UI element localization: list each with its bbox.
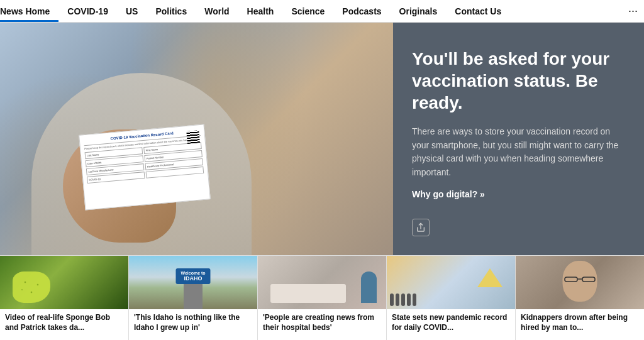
- card-caption-3: 'People are creating news from their hos…: [258, 309, 386, 340]
- card-5[interactable]: Kidnappers drown after being hired by ma…: [516, 256, 644, 340]
- card-caption-5: Kidnappers drown after being hired by ma…: [516, 309, 644, 340]
- beach-person: [413, 293, 416, 306]
- nav-item-health[interactable]: Health: [238, 0, 283, 22]
- beach-person: [407, 293, 411, 306]
- nav-item-contact[interactable]: Contact Us: [446, 0, 510, 22]
- nav-item-politics[interactable]: Politics: [147, 0, 196, 22]
- idaho-sign: Welcome toIDAHO: [176, 268, 211, 284]
- vax-qr-code: [186, 130, 200, 144]
- nav-bar: News Home COVID-19 US Politics World Hea…: [0, 0, 644, 23]
- card-thumb-4: [387, 256, 515, 309]
- hero-link[interactable]: Why go digital? »: [412, 189, 485, 199]
- card-4[interactable]: State sets new pandemic record for daily…: [387, 256, 516, 340]
- hero-section: COVID-19 Vaccination Record Card Please …: [0, 23, 644, 255]
- beach-people: [390, 293, 416, 306]
- beach-person: [401, 293, 405, 306]
- beach-person: [396, 293, 399, 306]
- card-1[interactable]: Video of real-life Sponge Bob and Patric…: [0, 256, 129, 340]
- card-caption-1: Video of real-life Sponge Bob and Patric…: [0, 309, 128, 340]
- share-button[interactable]: [412, 219, 430, 236]
- svg-rect-2: [582, 277, 595, 282]
- road-shape: [184, 284, 203, 309]
- card-2[interactable]: Welcome toIDAHO 'This Idaho is nothing l…: [129, 256, 258, 340]
- nav-item-world[interactable]: World: [196, 0, 238, 22]
- hero-heading: You'll be asked for your vaccination sta…: [412, 48, 625, 114]
- tent-shape: [477, 268, 502, 287]
- card-caption-2: 'This Idaho is nothing like the Idaho I …: [129, 309, 257, 340]
- card-caption-4: State sets new pandemic record for daily…: [387, 309, 515, 340]
- card-thumb-5: [516, 256, 644, 309]
- nurse-shape: [361, 271, 377, 303]
- cards-row: Video of real-life Sponge Bob and Patric…: [0, 255, 644, 340]
- hero-image[interactable]: COVID-19 Vaccination Record Card Please …: [0, 23, 393, 255]
- nav-more-button[interactable]: ···: [622, 0, 644, 22]
- glasses-shape: [564, 273, 596, 280]
- sponge-dots: [16, 275, 47, 300]
- hero-body-text: There are ways to store your vaccination…: [412, 125, 625, 180]
- hospital-bed: [270, 284, 346, 303]
- nav-item-news-home[interactable]: News Home: [0, 0, 58, 22]
- share-icon: [416, 222, 426, 233]
- vax-card: COVID-19 Vaccination Record Card Please …: [79, 124, 211, 211]
- nav-item-science[interactable]: Science: [282, 0, 333, 22]
- nav-item-covid[interactable]: COVID-19: [58, 0, 117, 22]
- card-thumb-2: Welcome toIDAHO: [129, 256, 257, 309]
- beach-person: [390, 293, 394, 306]
- nav-item-originals[interactable]: Originals: [391, 0, 447, 22]
- nav-item-podcasts[interactable]: Podcasts: [333, 0, 390, 22]
- svg-rect-1: [565, 277, 577, 282]
- hero-panel[interactable]: You'll be asked for your vaccination sta…: [393, 23, 644, 255]
- card-3[interactable]: 'People are creating news from their hos…: [258, 256, 387, 340]
- card-thumb-3: [258, 256, 386, 309]
- card-thumb-1: [0, 256, 128, 309]
- nav-item-us[interactable]: US: [117, 0, 147, 22]
- hero-panel-content: You'll be asked for your vaccination sta…: [412, 48, 625, 200]
